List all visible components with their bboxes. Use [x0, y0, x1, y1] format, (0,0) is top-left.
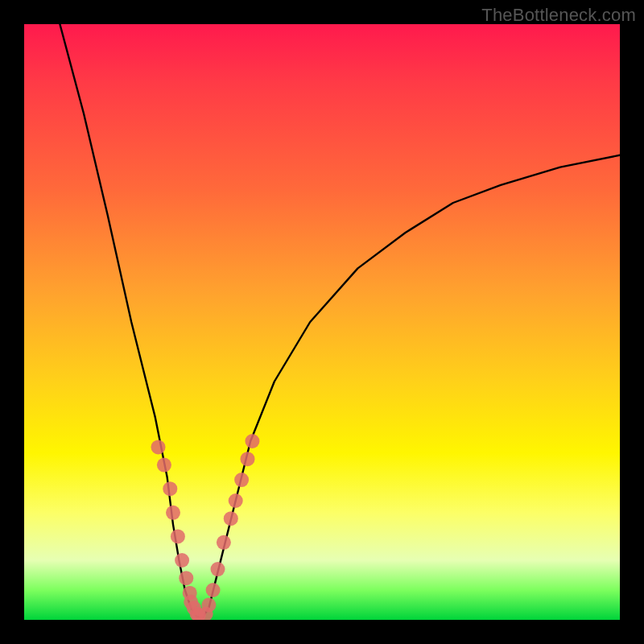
- svg-point-15: [211, 562, 225, 576]
- svg-point-19: [234, 473, 249, 487]
- watermark-text: TheBottleneck.com: [481, 5, 636, 26]
- svg-point-0: [151, 440, 166, 454]
- marker-dots: [151, 434, 260, 620]
- svg-point-14: [206, 583, 221, 597]
- svg-point-20: [241, 452, 255, 466]
- svg-point-21: [245, 434, 259, 448]
- plot-area: [24, 24, 620, 620]
- svg-point-2: [163, 481, 177, 496]
- svg-point-5: [175, 553, 189, 568]
- svg-point-18: [229, 493, 243, 508]
- svg-point-4: [171, 529, 185, 543]
- chart-frame: TheBottleneck.com: [0, 0, 644, 644]
- svg-point-6: [179, 571, 193, 585]
- bottleneck-curve: [60, 24, 620, 617]
- svg-point-3: [166, 506, 180, 520]
- curve-svg: [24, 24, 620, 620]
- svg-point-1: [157, 458, 171, 473]
- svg-point-16: [217, 535, 231, 550]
- svg-point-17: [224, 511, 238, 526]
- svg-point-13: [201, 598, 216, 613]
